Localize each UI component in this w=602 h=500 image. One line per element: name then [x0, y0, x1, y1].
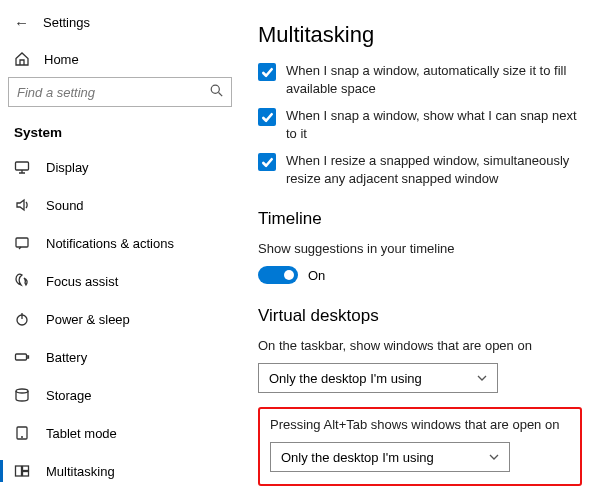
notifications-icon	[14, 235, 30, 251]
focus-assist-icon	[14, 273, 30, 289]
sidebar-item-display[interactable]: Display	[0, 148, 240, 186]
svg-rect-2	[16, 238, 28, 247]
svg-point-5	[16, 389, 28, 393]
storage-icon	[14, 387, 30, 403]
sidebar-item-battery[interactable]: Battery	[0, 338, 240, 376]
svg-point-0	[211, 85, 219, 93]
sidebar-item-label: Sound	[46, 198, 84, 213]
snap-suggest-checkbox[interactable]	[258, 108, 276, 126]
alttab-highlight: Pressing Alt+Tab shows windows that are …	[258, 407, 582, 486]
sound-icon	[14, 197, 30, 213]
sidebar-item-label: Display	[46, 160, 89, 175]
chevron-down-icon	[477, 371, 487, 386]
virtual-desktops-heading: Virtual desktops	[258, 306, 582, 326]
alttab-dropdown[interactable]: Only the desktop I'm using	[270, 442, 510, 472]
taskbar-windows-dropdown[interactable]: Only the desktop I'm using	[258, 363, 498, 393]
svg-rect-8	[23, 466, 29, 471]
search-input[interactable]	[9, 78, 231, 106]
sidebar-item-sound[interactable]: Sound	[0, 186, 240, 224]
timeline-heading: Timeline	[258, 209, 582, 229]
timeline-toggle[interactable]	[258, 266, 298, 284]
sidebar-item-label: Multitasking	[46, 464, 115, 479]
sidebar-item-power[interactable]: Power & sleep	[0, 300, 240, 338]
sidebar-item-label: Storage	[46, 388, 92, 403]
page-title: Multitasking	[258, 22, 582, 48]
multitasking-icon	[14, 463, 30, 479]
sidebar-item-notifications[interactable]: Notifications & actions	[0, 224, 240, 262]
battery-icon	[14, 349, 30, 365]
sidebar-item-multitasking[interactable]: Multitasking	[0, 452, 240, 490]
sidebar-item-label: Focus assist	[46, 274, 118, 289]
tablet-icon	[14, 425, 30, 441]
home-icon	[14, 51, 30, 67]
sidebar-item-label: Tablet mode	[46, 426, 117, 441]
taskbar-windows-label: On the taskbar, show windows that are op…	[258, 338, 582, 353]
timeline-suggestions-label: Show suggestions in your timeline	[258, 241, 582, 256]
home-label: Home	[44, 52, 79, 67]
snap-resize-label: When I resize a snapped window, simultan…	[286, 152, 582, 187]
sidebar-item-projecting[interactable]: Projecting to this PC	[0, 490, 240, 500]
sidebar-item-label: Notifications & actions	[46, 236, 174, 251]
display-icon	[14, 159, 30, 175]
search-icon	[210, 84, 223, 100]
snap-suggest-label: When I snap a window, show what I can sn…	[286, 107, 582, 142]
snap-resize-checkbox[interactable]	[258, 153, 276, 171]
power-icon	[14, 311, 30, 327]
sidebar-item-storage[interactable]: Storage	[0, 376, 240, 414]
home-nav[interactable]: Home	[0, 43, 240, 77]
settings-title: Settings	[43, 15, 90, 30]
svg-rect-4	[16, 354, 27, 360]
svg-rect-1	[16, 162, 29, 170]
category-label: System	[0, 117, 240, 148]
sidebar-item-label: Power & sleep	[46, 312, 130, 327]
alttab-label: Pressing Alt+Tab shows windows that are …	[270, 417, 570, 432]
svg-rect-7	[16, 466, 22, 476]
sidebar-item-focus[interactable]: Focus assist	[0, 262, 240, 300]
chevron-down-icon	[489, 450, 499, 465]
timeline-toggle-state: On	[308, 268, 325, 283]
snap-fill-label: When I snap a window, automatically size…	[286, 62, 582, 97]
snap-fill-checkbox[interactable]	[258, 63, 276, 81]
svg-rect-9	[23, 472, 29, 477]
sidebar-item-label: Battery	[46, 350, 87, 365]
alttab-value: Only the desktop I'm using	[281, 450, 434, 465]
sidebar-item-tablet[interactable]: Tablet mode	[0, 414, 240, 452]
taskbar-windows-value: Only the desktop I'm using	[269, 371, 422, 386]
back-button[interactable]: ←	[14, 14, 29, 31]
